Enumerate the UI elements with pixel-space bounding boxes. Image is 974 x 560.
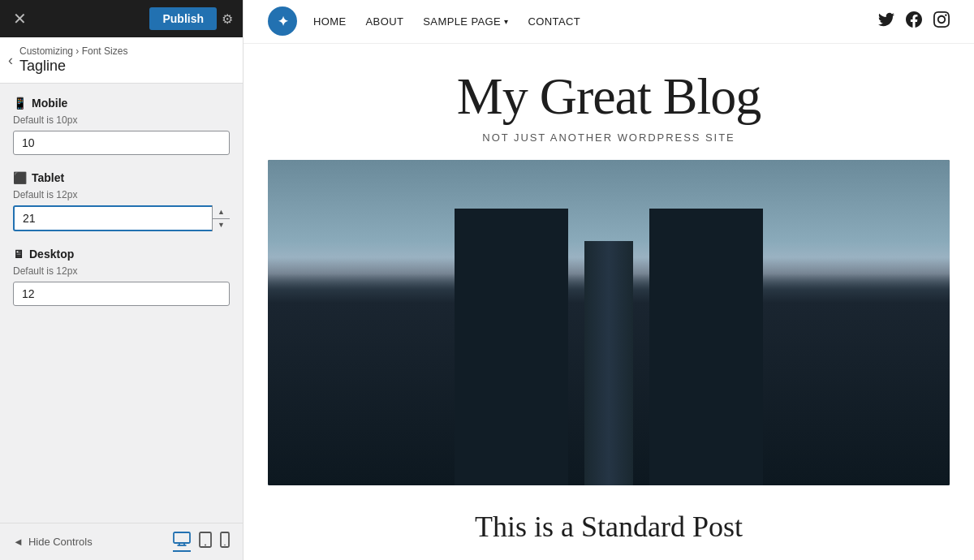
site-nav: ✦ HOME ABOUT SAMPLE PAGE ▾ CONTACT [244, 0, 974, 44]
nav-link-sample-page[interactable]: SAMPLE PAGE ▾ [423, 15, 508, 28]
site-tagline: NOT JUST ANOTHER WORDPRESS SITE [276, 131, 942, 144]
top-bar-actions: Publish ⚙ [149, 7, 233, 30]
tablet-input-wrapper: ▲ ▼ [13, 205, 230, 231]
tablet-view-button[interactable] [199, 532, 212, 552]
nav-link-about[interactable]: ABOUT [366, 15, 404, 28]
breadcrumb-content: Customizing › Font Sizes Tagline [19, 45, 127, 75]
settings-gear-button[interactable]: ⚙ [222, 11, 233, 27]
customizer-panel: ✕ Publish ⚙ ‹ Customizing › Font Sizes T… [0, 0, 244, 560]
desktop-default-hint: Default is 12px [13, 265, 230, 277]
mobile-label: 📱 Mobile [13, 97, 230, 110]
desktop-font-size-input[interactable] [13, 282, 230, 306]
desktop-section: 🖥 Desktop Default is 12px [13, 248, 230, 306]
mobile-section: 📱 Mobile Default is 10px [13, 97, 230, 155]
post-title: This is a Standard Post [276, 510, 942, 544]
hero-buildings-bg [268, 160, 950, 485]
desktop-label-text: Desktop [29, 248, 74, 261]
svg-point-5 [205, 545, 206, 546]
section-title: Tagline [19, 58, 127, 75]
site-header: My Great Blog NOT JUST ANOTHER WORDPRESS… [244, 44, 974, 160]
back-button[interactable]: ‹ [8, 52, 13, 69]
facebook-icon[interactable] [906, 11, 922, 32]
nav-logo: ✦ [268, 6, 297, 36]
device-switchers [173, 532, 230, 552]
hide-controls-button[interactable]: ◄ Hide Controls [13, 536, 93, 548]
spinner-up-button[interactable]: ▲ [213, 205, 230, 219]
tablet-font-size-input[interactable] [13, 205, 230, 231]
desktop-label: 🖥 Desktop [13, 248, 230, 261]
panel-body: 📱 Mobile Default is 10px ⬛ Tablet Defaul… [0, 84, 243, 523]
tablet-default-hint: Default is 12px [13, 189, 230, 200]
sample-page-dropdown-icon: ▾ [504, 17, 508, 26]
nav-social [878, 11, 950, 32]
publish-button[interactable]: Publish [149, 7, 217, 30]
desktop-view-button[interactable] [173, 532, 191, 552]
spinner-buttons: ▲ ▼ [212, 205, 230, 231]
nav-link-contact[interactable]: CONTACT [528, 15, 581, 28]
mobile-default-hint: Default is 10px [13, 114, 230, 126]
hide-controls-label: Hide Controls [28, 536, 93, 548]
tablet-icon: ⬛ [13, 171, 27, 184]
tablet-section: ⬛ Tablet Default is 12px ▲ ▼ [13, 171, 230, 231]
preview-panel: ✦ HOME ABOUT SAMPLE PAGE ▾ CONTACT My Gr… [244, 0, 974, 560]
hero-image [268, 160, 950, 485]
breadcrumb-row: ‹ Customizing › Font Sizes Tagline [0, 37, 243, 84]
site-title: My Great Blog [276, 68, 942, 125]
post-section: This is a Standard Post [244, 485, 974, 560]
spinner-down-button[interactable]: ▼ [213, 219, 230, 232]
svg-rect-0 [174, 532, 190, 543]
twitter-icon[interactable] [878, 12, 894, 31]
top-bar: ✕ Publish ⚙ [0, 0, 243, 37]
instagram-icon[interactable] [933, 11, 950, 32]
mobile-view-button[interactable] [220, 532, 230, 552]
close-button[interactable]: ✕ [10, 11, 30, 27]
nav-links: HOME ABOUT SAMPLE PAGE ▾ CONTACT [297, 14, 878, 28]
breadcrumb-path: Customizing › Font Sizes [19, 45, 127, 57]
tablet-label: ⬛ Tablet [13, 171, 230, 184]
svg-point-7 [224, 545, 226, 546]
desktop-icon: 🖥 [13, 248, 24, 261]
bottom-bar: ◄ Hide Controls [0, 523, 243, 560]
tablet-label-text: Tablet [32, 171, 64, 184]
mobile-icon: 📱 [13, 97, 27, 110]
mobile-label-text: Mobile [32, 97, 67, 110]
hide-controls-icon: ◄ [13, 536, 24, 548]
nav-link-home[interactable]: HOME [313, 15, 347, 28]
mobile-font-size-input[interactable] [13, 131, 230, 155]
